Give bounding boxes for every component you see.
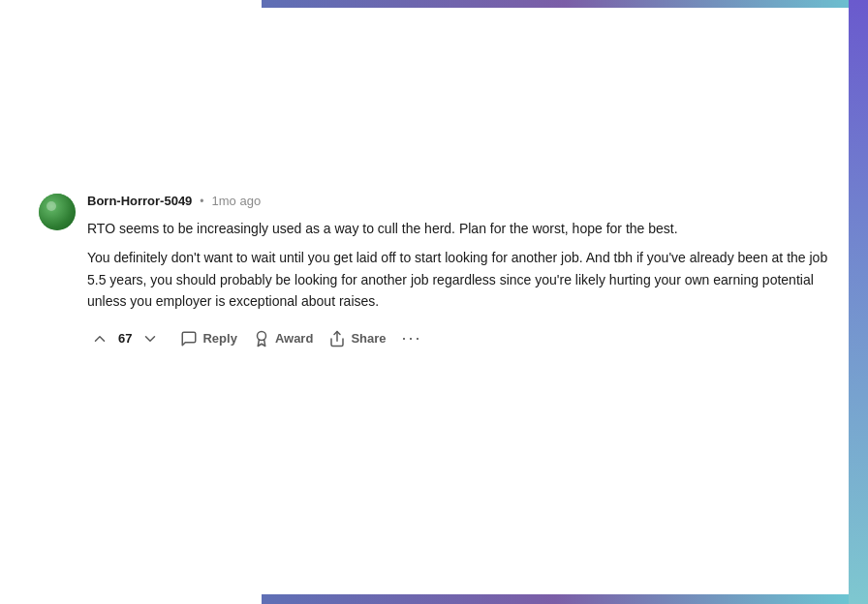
reply-button[interactable]: Reply — [174, 326, 242, 351]
dot-separator: • — [200, 195, 203, 208]
bottom-bar — [262, 594, 849, 604]
award-icon — [253, 330, 270, 347]
upvote-button[interactable] — [87, 326, 112, 351]
vote-section: 67 — [87, 326, 163, 351]
vote-count: 67 — [118, 331, 132, 346]
share-label: Share — [351, 331, 386, 346]
comment-text-1: RTO seems to be increasingly used as a w… — [87, 218, 829, 239]
timestamp: 1mo ago — [212, 194, 262, 208]
award-label: Award — [275, 331, 314, 346]
reply-icon — [180, 330, 198, 347]
comment-text-2: You definitely don't want to wait until … — [87, 247, 829, 312]
more-options-button[interactable]: ··· — [396, 326, 428, 350]
right-sidebar — [849, 0, 868, 604]
share-button[interactable]: Share — [323, 326, 391, 351]
downvote-button[interactable] — [138, 326, 163, 351]
avatar — [39, 194, 76, 230]
comment-body: Born-Horror-5049 • 1mo ago RTO seems to … — [87, 194, 829, 351]
share-icon — [328, 330, 346, 347]
award-button[interactable]: Award — [247, 326, 320, 351]
reply-label: Reply — [202, 331, 236, 346]
top-bar — [262, 0, 868, 8]
downvote-icon — [141, 330, 159, 347]
comment-actions: 67 Reply Award — [87, 326, 829, 351]
comment-item: Born-Horror-5049 • 1mo ago RTO seems to … — [39, 194, 829, 351]
comment-header: Born-Horror-5049 • 1mo ago — [87, 194, 829, 208]
more-options-icon: ··· — [402, 328, 422, 348]
upvote-icon — [91, 330, 108, 347]
username: Born-Horror-5049 — [87, 194, 192, 208]
